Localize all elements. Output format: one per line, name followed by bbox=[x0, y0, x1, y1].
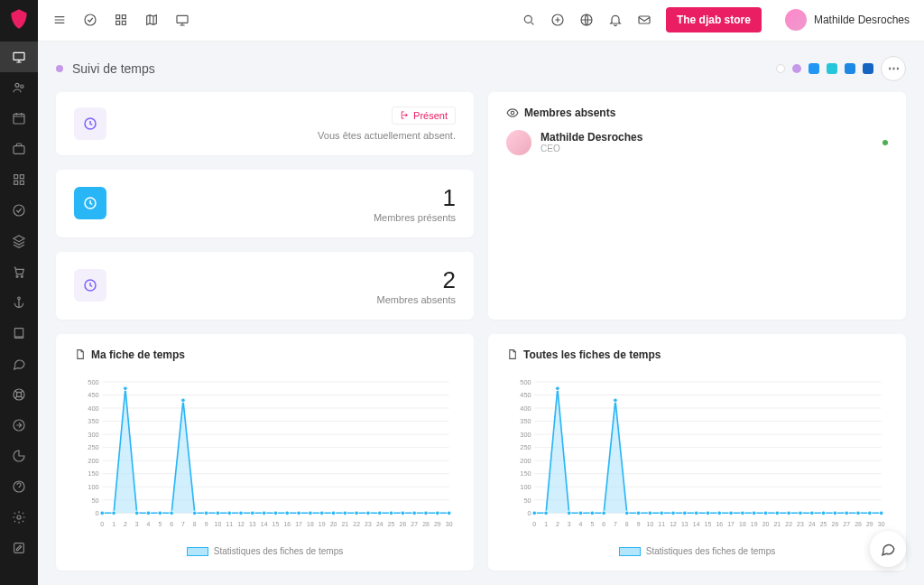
sidebar-item-briefcase[interactable] bbox=[0, 134, 38, 164]
svg-rect-3 bbox=[14, 114, 24, 124]
absent-members-title: Membres absents bbox=[524, 107, 615, 119]
svg-point-140 bbox=[532, 511, 537, 515]
svg-point-9 bbox=[14, 205, 24, 216]
sidebar-item-edit[interactable] bbox=[0, 533, 38, 563]
svg-text:50: 50 bbox=[91, 496, 98, 504]
presence-status-text: Vous êtes actuellement absent. bbox=[318, 130, 456, 141]
svg-rect-5 bbox=[14, 175, 18, 179]
svg-text:10: 10 bbox=[215, 521, 222, 527]
sidebar-item-support[interactable] bbox=[0, 379, 38, 410]
add-icon[interactable] bbox=[550, 13, 565, 27]
svg-point-14 bbox=[14, 389, 24, 400]
svg-point-11 bbox=[21, 275, 23, 277]
svg-text:19: 19 bbox=[319, 521, 326, 527]
svg-text:21: 21 bbox=[342, 521, 349, 527]
svg-point-71 bbox=[273, 511, 278, 515]
svg-text:16: 16 bbox=[716, 521, 723, 527]
sidebar-item-anchor[interactable] bbox=[0, 287, 38, 318]
sidebar-item-calendar[interactable] bbox=[0, 103, 38, 134]
sidebar-item-help[interactable] bbox=[0, 471, 38, 502]
chip-0[interactable] bbox=[776, 64, 785, 73]
svg-text:24: 24 bbox=[376, 521, 383, 527]
svg-text:0: 0 bbox=[527, 509, 531, 517]
sidebar-item-layers[interactable] bbox=[0, 226, 38, 256]
svg-point-65 bbox=[204, 511, 208, 515]
svg-point-149 bbox=[636, 511, 641, 515]
search-icon[interactable] bbox=[522, 13, 536, 27]
sidebar-item-export[interactable] bbox=[0, 410, 38, 441]
sidebar-item-apps[interactable] bbox=[0, 164, 38, 195]
sidebar-item-chat[interactable] bbox=[0, 348, 38, 379]
svg-point-157 bbox=[729, 511, 734, 515]
status-dot-icon bbox=[882, 140, 888, 145]
svg-point-69 bbox=[251, 511, 255, 515]
presence-toggle[interactable]: Présent bbox=[392, 107, 456, 125]
apps-icon[interactable] bbox=[114, 13, 128, 27]
svg-text:23: 23 bbox=[797, 521, 804, 527]
svg-point-56 bbox=[100, 511, 105, 515]
svg-text:6: 6 bbox=[170, 521, 173, 527]
svg-text:26: 26 bbox=[400, 521, 407, 527]
svg-text:1: 1 bbox=[544, 521, 548, 527]
globe-icon[interactable] bbox=[579, 13, 594, 27]
svg-point-144 bbox=[578, 511, 583, 515]
svg-text:25: 25 bbox=[820, 521, 827, 527]
svg-point-143 bbox=[567, 511, 571, 515]
svg-text:12: 12 bbox=[670, 521, 677, 527]
svg-point-86 bbox=[447, 511, 451, 515]
chip-4[interactable] bbox=[845, 63, 855, 74]
chart-svg: 0501001502002503003504004505000123456789… bbox=[506, 368, 888, 540]
clock-icon bbox=[74, 187, 106, 219]
svg-point-167 bbox=[845, 511, 849, 515]
svg-point-26 bbox=[524, 16, 531, 23]
svg-rect-24 bbox=[122, 22, 125, 25]
store-button[interactable]: The djab store bbox=[666, 7, 762, 32]
svg-text:28: 28 bbox=[855, 521, 862, 527]
sidebar-item-dashboard[interactable] bbox=[0, 42, 38, 72]
clock-icon bbox=[74, 269, 106, 302]
present-count-value: 1 bbox=[374, 184, 456, 212]
chip-5[interactable] bbox=[863, 63, 873, 74]
svg-point-74 bbox=[309, 511, 313, 515]
chip-1[interactable] bbox=[792, 64, 801, 73]
menu-icon[interactable] bbox=[52, 13, 67, 27]
user-menu[interactable]: Mathilde Desroches bbox=[785, 9, 910, 31]
display-icon[interactable] bbox=[175, 13, 189, 27]
chip-3[interactable] bbox=[827, 63, 837, 74]
chip-2[interactable] bbox=[808, 63, 819, 74]
map-icon[interactable] bbox=[144, 13, 159, 27]
sidebar-item-settings[interactable] bbox=[0, 502, 38, 533]
chart-title: Toutes les fiches de temps bbox=[523, 348, 661, 361]
svg-text:22: 22 bbox=[785, 521, 792, 527]
presence-toggle-label: Présent bbox=[413, 110, 448, 121]
svg-text:12: 12 bbox=[237, 521, 245, 527]
member-row[interactable]: Mathilde Desroches CEO bbox=[506, 130, 888, 155]
svg-rect-22 bbox=[122, 15, 125, 19]
svg-point-70 bbox=[262, 511, 266, 515]
bell-icon[interactable] bbox=[608, 13, 623, 27]
svg-text:11: 11 bbox=[658, 521, 665, 527]
svg-point-153 bbox=[683, 511, 688, 515]
svg-text:15: 15 bbox=[705, 521, 712, 527]
svg-point-80 bbox=[377, 511, 382, 515]
sidebar-item-cart[interactable] bbox=[0, 256, 38, 287]
svg-point-164 bbox=[809, 511, 814, 515]
chart-card-my-timesheet: Ma fiche de temps 0501001502002503003504… bbox=[56, 334, 474, 571]
check-circle-icon[interactable] bbox=[83, 13, 97, 27]
svg-point-151 bbox=[660, 511, 664, 515]
sidebar-item-team[interactable] bbox=[0, 72, 38, 103]
svg-text:21: 21 bbox=[774, 521, 781, 527]
eye-icon bbox=[506, 107, 519, 119]
more-button[interactable]: ⋯ bbox=[881, 56, 906, 81]
mail-icon[interactable] bbox=[637, 13, 651, 27]
svg-text:13: 13 bbox=[249, 521, 256, 527]
chat-fab[interactable] bbox=[870, 531, 906, 567]
svg-rect-6 bbox=[20, 175, 23, 179]
sidebar-item-tasks[interactable] bbox=[0, 195, 38, 226]
svg-text:3: 3 bbox=[568, 521, 571, 527]
svg-text:6: 6 bbox=[602, 521, 605, 527]
svg-text:29: 29 bbox=[434, 521, 441, 527]
sidebar-item-reports[interactable] bbox=[0, 441, 38, 471]
sidebar-item-book[interactable] bbox=[0, 318, 38, 348]
svg-text:8: 8 bbox=[625, 521, 629, 527]
